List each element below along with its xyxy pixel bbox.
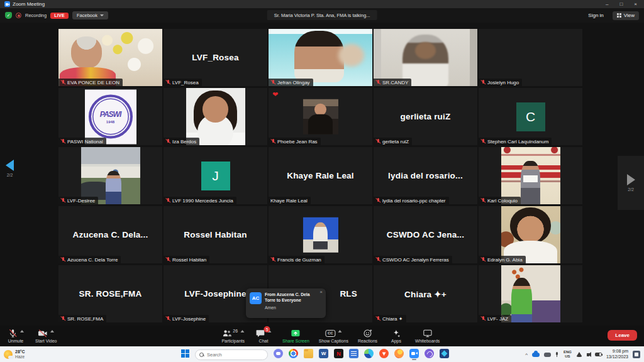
edge-icon[interactable]	[364, 349, 374, 358]
participant-tile[interactable]: CStephen Carl Laquindanum	[479, 88, 582, 145]
participant-label: lydia del rosario-ppc chapter	[374, 197, 449, 204]
whiteboards-button[interactable]: Whiteboards	[415, 329, 440, 343]
zoom-taskbar-icon[interactable]	[409, 349, 419, 358]
participant-tile[interactable]: JLVF 1990 Mercedes Juncia	[164, 147, 267, 204]
start-video-button[interactable]: Start Video	[35, 329, 57, 343]
viber-icon[interactable]	[425, 349, 434, 358]
participant-tile[interactable]: Iza Berdos	[164, 88, 267, 145]
notepad-icon[interactable]	[349, 349, 358, 358]
previous-page-button[interactable]: 2/2	[6, 160, 14, 177]
close-button[interactable]: ×	[634, 1, 637, 7]
participant-label: Karl Coloquio	[479, 197, 521, 204]
language-indicator[interactable]: ENGUS	[564, 350, 572, 359]
participant-video	[186, 88, 245, 145]
participant-name-text: SR. ROSE,FMA	[58, 265, 162, 322]
participant-tile[interactable]: Chiara ✦+Chiara ✦	[374, 265, 477, 322]
participant-tile[interactable]: PASWI1948PASWI National	[58, 88, 162, 145]
recording-label: Recording	[25, 13, 47, 18]
page-indicator: 2/2	[7, 173, 13, 177]
meeting-toolbar: Unmute Start Video 26 Participants 5 Cha…	[0, 326, 644, 346]
participant-tile[interactable]: lydia del rosario...lydia del rosario-pp…	[374, 147, 477, 204]
netflix-icon[interactable]: N	[334, 349, 343, 358]
letter-avatar: J	[201, 162, 230, 190]
participant-tile[interactable]: EVA PONCE DE LEON	[58, 29, 162, 86]
participant-tile[interactable]: LVF- JAZ	[479, 265, 582, 322]
notification-center-icon[interactable]	[633, 351, 640, 358]
chrome-icon[interactable]	[289, 349, 298, 358]
participant-tile[interactable]: SR.CANDY	[374, 29, 477, 86]
participant-tile[interactable]: Khaye Rale LealKhaye Rale Leal	[269, 147, 372, 204]
battery-icon[interactable]	[595, 353, 602, 356]
participant-tile[interactable]: Jefran Olingay	[269, 29, 372, 86]
unmute-label: Unmute	[8, 339, 24, 343]
view-button[interactable]: View	[613, 11, 639, 20]
photos-icon[interactable]	[440, 349, 449, 358]
participant-tile[interactable]: gerlieta ruiZgerlieta ruiZ	[374, 88, 477, 145]
participant-label: LVF-Josephine	[164, 315, 209, 322]
participant-tile[interactable]: Josielyn Hugo	[479, 29, 582, 86]
participant-label: LVF 1990 Mercedes Juncia	[164, 197, 236, 204]
participants-button[interactable]: 26 Participants	[221, 329, 245, 343]
volume-icon[interactable]	[587, 353, 589, 356]
brave-icon[interactable]	[379, 349, 389, 358]
participant-tile[interactable]: CSWDO AC Jena...CSWDO AC Jenalyn Ferrera…	[374, 206, 477, 263]
chat-button[interactable]: 5 Chat	[254, 329, 273, 343]
maximize-button[interactable]: □	[619, 1, 623, 7]
sign-in-button[interactable]: Sign in	[584, 11, 607, 19]
file-explorer-icon[interactable]	[304, 349, 313, 358]
participant-label-text: Chiara ✦	[382, 316, 403, 322]
chevron-up-icon[interactable]	[50, 330, 54, 332]
wifi-icon[interactable]	[576, 352, 582, 357]
chevron-up-icon[interactable]	[338, 330, 341, 332]
tray-expand-chevron[interactable]: ^	[525, 352, 528, 358]
participants-count: 26	[233, 329, 238, 333]
chevron-up-icon[interactable]	[20, 330, 24, 332]
weather-widget[interactable]: 28°CHaze	[4, 349, 25, 359]
firefox-icon[interactable]	[394, 349, 404, 358]
participant-tile[interactable]: Azucena C. Dela...Azucena C. Dela Torre	[58, 206, 162, 263]
participants-icon	[222, 329, 231, 338]
chevron-up-icon[interactable]	[240, 330, 244, 332]
participant-tile[interactable]: Rossel HabitanRossel Habitan	[164, 206, 267, 263]
show-captions-button[interactable]: CC Show Captions	[319, 329, 348, 343]
next-page-button[interactable]: 2/2	[618, 156, 644, 210]
muted-mic-icon	[480, 139, 486, 145]
participant-label-text: gerlieta ruiZ	[382, 139, 409, 145]
participant-tile[interactable]: SR. ROSE,FMASR. ROSE,FMA	[58, 265, 162, 322]
onedrive-icon[interactable]	[532, 353, 540, 357]
participant-video	[374, 29, 477, 86]
taskbar-search[interactable]	[195, 349, 268, 360]
teams-chat-icon[interactable]	[274, 349, 283, 358]
chat-notification-popup[interactable]: AC From Azucena C. Dela Torre to Everyon…	[246, 288, 326, 318]
participant-tile[interactable]: Karl Coloquio	[479, 147, 582, 204]
search-input[interactable]	[207, 352, 260, 358]
participant-tile[interactable]: LVF-Desiree	[58, 147, 162, 204]
unmute-button[interactable]: Unmute	[6, 329, 25, 343]
taskbar-clock[interactable]: 9:08 pm13/12/2023	[606, 349, 628, 360]
participant-label: Jefran Olingay	[269, 79, 313, 86]
participant-label-text: lydia del rosario-ppc chapter	[382, 198, 446, 204]
share-screen-button[interactable]: Share Screen	[282, 329, 309, 343]
participant-label-text: Karl Coloquio	[487, 198, 518, 204]
participant-tile[interactable]: Edralyn G. Abia	[479, 206, 582, 263]
leave-button[interactable]: Leave	[608, 330, 637, 341]
facebook-stream-button[interactable]: Facebook	[72, 11, 108, 19]
muted-mic-icon	[165, 316, 170, 322]
participant-tile[interactable]: Francis de Guzman	[269, 206, 372, 263]
participant-tile[interactable]: LVF_RoseaLVF_Rosea	[164, 29, 267, 86]
reactions-button[interactable]: Reactions	[358, 329, 377, 343]
muted-mic-icon	[270, 80, 275, 85]
word-icon[interactable]: W	[319, 349, 328, 358]
apps-button[interactable]: Apps	[387, 329, 406, 343]
participant-tile[interactable]: ❤Phoebe Jean Ras	[269, 88, 372, 145]
close-icon[interactable]: ×	[319, 290, 323, 295]
participant-label: Francis de Guzman	[269, 256, 325, 263]
start-button[interactable]	[181, 349, 189, 358]
gamebar-icon[interactable]	[544, 353, 551, 357]
minimize-button[interactable]: –	[606, 1, 608, 7]
gallery-grid: EVA PONCE DE LEON LVF_RoseaLVF_Rosea Jef…	[58, 29, 582, 322]
tray-mic-icon[interactable]	[555, 352, 559, 358]
participant-label: gerlieta ruiZ	[374, 138, 412, 145]
participant-video	[269, 29, 372, 86]
muted-mic-icon	[270, 257, 275, 263]
